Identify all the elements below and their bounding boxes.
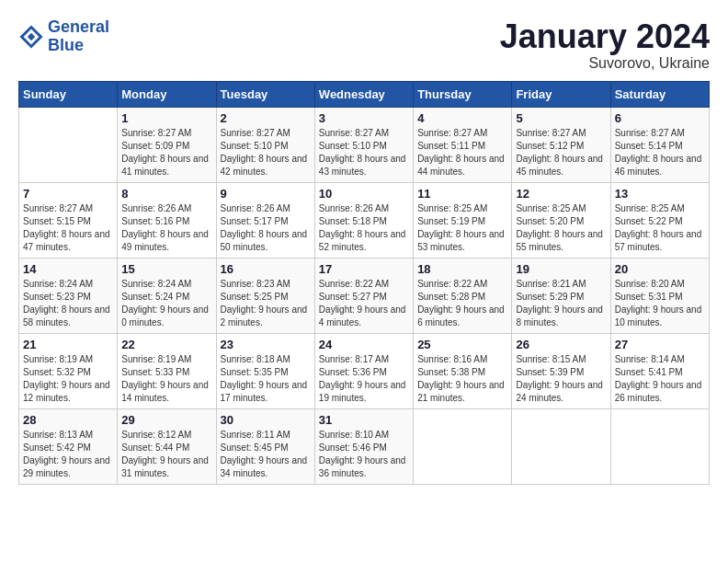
calendar-cell: 19Sunrise: 8:21 AM Sunset: 5:29 PM Dayli… bbox=[512, 258, 610, 333]
day-info: Sunrise: 8:18 AM Sunset: 5:35 PM Dayligh… bbox=[221, 353, 311, 405]
calendar-cell: 11Sunrise: 8:25 AM Sunset: 5:19 PM Dayli… bbox=[414, 182, 512, 258]
day-number: 8 bbox=[121, 187, 211, 201]
logo-text: General Blue bbox=[48, 18, 109, 55]
day-info: Sunrise: 8:22 AM Sunset: 5:27 PM Dayligh… bbox=[319, 278, 409, 329]
calendar-cell bbox=[414, 408, 512, 484]
day-info: Sunrise: 8:26 AM Sunset: 5:16 PM Dayligh… bbox=[121, 202, 211, 254]
day-info: Sunrise: 8:22 AM Sunset: 5:28 PM Dayligh… bbox=[417, 278, 507, 329]
calendar-cell: 3Sunrise: 8:27 AM Sunset: 5:10 PM Daylig… bbox=[314, 107, 413, 182]
weekday-header: Friday bbox=[512, 81, 610, 107]
calendar-cell: 4Sunrise: 8:27 AM Sunset: 5:11 PM Daylig… bbox=[414, 107, 512, 182]
day-number: 25 bbox=[417, 338, 507, 351]
calendar-cell: 15Sunrise: 8:24 AM Sunset: 5:24 PM Dayli… bbox=[118, 258, 216, 333]
day-number: 27 bbox=[615, 338, 705, 351]
day-info: Sunrise: 8:25 AM Sunset: 5:22 PM Dayligh… bbox=[615, 202, 705, 254]
calendar-cell: 13Sunrise: 8:25 AM Sunset: 5:22 PM Dayli… bbox=[610, 182, 709, 258]
day-number: 24 bbox=[319, 338, 409, 351]
calendar-cell: 5Sunrise: 8:27 AM Sunset: 5:12 PM Daylig… bbox=[512, 107, 610, 182]
day-info: Sunrise: 8:17 AM Sunset: 5:36 PM Dayligh… bbox=[319, 353, 409, 405]
day-info: Sunrise: 8:27 AM Sunset: 5:10 PM Dayligh… bbox=[319, 127, 409, 178]
calendar-cell: 2Sunrise: 8:27 AM Sunset: 5:10 PM Daylig… bbox=[216, 107, 314, 182]
calendar-cell bbox=[512, 408, 610, 484]
day-number: 18 bbox=[417, 262, 507, 276]
calendar-cell: 31Sunrise: 8:10 AM Sunset: 5:46 PM Dayli… bbox=[314, 408, 413, 484]
calendar-week-row: 21Sunrise: 8:19 AM Sunset: 5:32 PM Dayli… bbox=[19, 333, 710, 408]
weekday-header: Tuesday bbox=[216, 81, 314, 107]
calendar-cell: 28Sunrise: 8:13 AM Sunset: 5:42 PM Dayli… bbox=[19, 408, 118, 484]
day-info: Sunrise: 8:26 AM Sunset: 5:18 PM Dayligh… bbox=[319, 202, 409, 254]
calendar-cell: 25Sunrise: 8:16 AM Sunset: 5:38 PM Dayli… bbox=[414, 333, 512, 408]
day-number: 1 bbox=[121, 111, 211, 125]
day-number: 6 bbox=[615, 111, 705, 125]
calendar-cell: 16Sunrise: 8:23 AM Sunset: 5:25 PM Dayli… bbox=[216, 258, 314, 333]
calendar-cell bbox=[610, 408, 709, 484]
calendar-cell: 21Sunrise: 8:19 AM Sunset: 5:32 PM Dayli… bbox=[19, 333, 118, 408]
page-header: General Blue January 2024 Suvorovo, Ukra… bbox=[18, 18, 710, 72]
weekday-header: Thursday bbox=[414, 81, 512, 107]
calendar-week-row: 7Sunrise: 8:27 AM Sunset: 5:15 PM Daylig… bbox=[19, 182, 710, 258]
calendar-cell: 6Sunrise: 8:27 AM Sunset: 5:14 PM Daylig… bbox=[610, 107, 709, 182]
calendar-cell: 18Sunrise: 8:22 AM Sunset: 5:28 PM Dayli… bbox=[414, 258, 512, 333]
day-number: 16 bbox=[221, 262, 311, 276]
day-number: 4 bbox=[417, 111, 507, 125]
day-number: 19 bbox=[516, 262, 606, 276]
calendar-cell: 30Sunrise: 8:11 AM Sunset: 5:45 PM Dayli… bbox=[216, 408, 314, 484]
day-number: 26 bbox=[516, 338, 606, 351]
calendar-table: SundayMondayTuesdayWednesdayThursdayFrid… bbox=[18, 81, 710, 485]
day-info: Sunrise: 8:24 AM Sunset: 5:24 PM Dayligh… bbox=[121, 278, 211, 329]
day-number: 9 bbox=[221, 187, 311, 201]
day-number: 11 bbox=[417, 187, 507, 201]
weekday-header: Sunday bbox=[19, 81, 118, 107]
calendar-cell: 14Sunrise: 8:24 AM Sunset: 5:23 PM Dayli… bbox=[19, 258, 118, 333]
calendar-cell: 23Sunrise: 8:18 AM Sunset: 5:35 PM Dayli… bbox=[216, 333, 314, 408]
logo-icon bbox=[18, 24, 44, 50]
day-number: 21 bbox=[23, 338, 113, 351]
title-block: January 2024 Suvorovo, Ukraine bbox=[500, 18, 710, 72]
calendar-cell: 12Sunrise: 8:25 AM Sunset: 5:20 PM Dayli… bbox=[512, 182, 610, 258]
day-number: 12 bbox=[516, 187, 606, 201]
calendar-week-row: 14Sunrise: 8:24 AM Sunset: 5:23 PM Dayli… bbox=[19, 258, 710, 333]
calendar-cell: 8Sunrise: 8:26 AM Sunset: 5:16 PM Daylig… bbox=[118, 182, 216, 258]
logo: General Blue bbox=[18, 18, 109, 55]
calendar-cell: 9Sunrise: 8:26 AM Sunset: 5:17 PM Daylig… bbox=[216, 182, 314, 258]
logo-line1: General bbox=[48, 17, 109, 36]
day-info: Sunrise: 8:24 AM Sunset: 5:23 PM Dayligh… bbox=[23, 278, 113, 329]
day-info: Sunrise: 8:11 AM Sunset: 5:45 PM Dayligh… bbox=[221, 429, 311, 480]
day-info: Sunrise: 8:13 AM Sunset: 5:42 PM Dayligh… bbox=[23, 429, 113, 480]
day-number: 28 bbox=[23, 413, 113, 427]
day-info: Sunrise: 8:19 AM Sunset: 5:32 PM Dayligh… bbox=[23, 353, 113, 405]
weekday-header: Saturday bbox=[610, 81, 709, 107]
calendar-cell: 17Sunrise: 8:22 AM Sunset: 5:27 PM Dayli… bbox=[314, 258, 413, 333]
day-info: Sunrise: 8:27 AM Sunset: 5:10 PM Dayligh… bbox=[221, 127, 311, 178]
day-number: 15 bbox=[121, 262, 211, 276]
calendar-cell: 1Sunrise: 8:27 AM Sunset: 5:09 PM Daylig… bbox=[118, 107, 216, 182]
day-info: Sunrise: 8:26 AM Sunset: 5:17 PM Dayligh… bbox=[221, 202, 311, 254]
weekday-header-row: SundayMondayTuesdayWednesdayThursdayFrid… bbox=[19, 81, 710, 107]
day-number: 10 bbox=[319, 187, 409, 201]
day-info: Sunrise: 8:27 AM Sunset: 5:12 PM Dayligh… bbox=[516, 127, 606, 178]
calendar-cell: 26Sunrise: 8:15 AM Sunset: 5:39 PM Dayli… bbox=[512, 333, 610, 408]
day-info: Sunrise: 8:20 AM Sunset: 5:31 PM Dayligh… bbox=[615, 278, 705, 329]
day-info: Sunrise: 8:19 AM Sunset: 5:33 PM Dayligh… bbox=[121, 353, 211, 405]
day-info: Sunrise: 8:27 AM Sunset: 5:14 PM Dayligh… bbox=[615, 127, 705, 178]
calendar-cell: 22Sunrise: 8:19 AM Sunset: 5:33 PM Dayli… bbox=[118, 333, 216, 408]
calendar-cell: 29Sunrise: 8:12 AM Sunset: 5:44 PM Dayli… bbox=[118, 408, 216, 484]
day-info: Sunrise: 8:23 AM Sunset: 5:25 PM Dayligh… bbox=[221, 278, 311, 329]
weekday-header: Monday bbox=[118, 81, 216, 107]
calendar-cell: 10Sunrise: 8:26 AM Sunset: 5:18 PM Dayli… bbox=[314, 182, 413, 258]
day-number: 22 bbox=[121, 338, 211, 351]
day-info: Sunrise: 8:25 AM Sunset: 5:19 PM Dayligh… bbox=[417, 202, 507, 254]
day-number: 14 bbox=[23, 262, 113, 276]
day-number: 20 bbox=[615, 262, 705, 276]
day-number: 30 bbox=[221, 413, 311, 427]
day-number: 13 bbox=[615, 187, 705, 201]
calendar-cell bbox=[19, 107, 118, 182]
calendar-week-row: 28Sunrise: 8:13 AM Sunset: 5:42 PM Dayli… bbox=[19, 408, 710, 484]
calendar-cell: 27Sunrise: 8:14 AM Sunset: 5:41 PM Dayli… bbox=[610, 333, 709, 408]
month-title: January 2024 bbox=[500, 18, 710, 55]
day-number: 2 bbox=[221, 111, 311, 125]
calendar-cell: 20Sunrise: 8:20 AM Sunset: 5:31 PM Dayli… bbox=[610, 258, 709, 333]
day-number: 29 bbox=[121, 413, 211, 427]
day-info: Sunrise: 8:15 AM Sunset: 5:39 PM Dayligh… bbox=[516, 353, 606, 405]
day-number: 23 bbox=[221, 338, 311, 351]
